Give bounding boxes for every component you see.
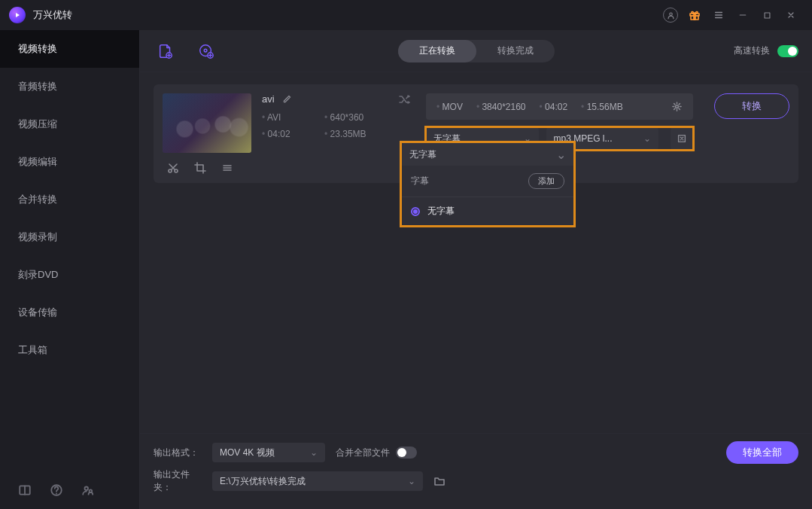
community-button[interactable] <box>81 483 95 497</box>
add-disc-button[interactable] <box>194 39 218 63</box>
shuffle-icon <box>398 93 410 105</box>
sidebar-item-toolbox[interactable]: 工具箱 <box>0 331 139 369</box>
close-button[interactable] <box>779 3 803 27</box>
tab-converting[interactable]: 正在转换 <box>398 40 476 62</box>
radio-checked-icon <box>411 207 420 216</box>
svg-point-0 <box>669 13 671 15</box>
merge-toggle[interactable] <box>396 447 417 459</box>
sidebar-item-audio-convert[interactable]: 音频转换 <box>0 68 139 105</box>
add-subtitle-button[interactable]: 添加 <box>528 173 564 189</box>
sidebar-item-label: 视频转换 <box>18 42 57 56</box>
sidebar-item-label: 音频转换 <box>18 80 57 93</box>
settings-button[interactable] <box>671 101 683 112</box>
output-folder-select[interactable]: E:\万兴优转\转换完成 ⌄ <box>212 471 423 491</box>
tab-completed[interactable]: 转换完成 <box>476 40 555 62</box>
sidebar-item-video-convert[interactable]: 视频转换 <box>0 30 139 68</box>
high-speed-label: 高速转换 <box>734 44 770 57</box>
sidebar-item-label: 设备传输 <box>18 306 57 319</box>
help-button[interactable] <box>50 483 63 497</box>
target-meta: MOV 3840*2160 04:02 15.56MB <box>426 93 693 120</box>
sidebar: 视频转换 音频转换 视频压缩 视频编辑 合并转换 视频录制 刻录DVD 设备传输… <box>0 30 140 509</box>
high-speed-toggle[interactable] <box>777 45 798 57</box>
play-icon <box>14 11 21 19</box>
chevron-down-icon: ⌄ <box>408 476 415 486</box>
source-duration: 04:02 <box>262 129 306 139</box>
output-format-label: 输出格式： <box>154 447 202 459</box>
convert-all-button[interactable]: 转换全部 <box>726 441 798 464</box>
app-logo <box>9 7 26 23</box>
target-size: 15.56MB <box>581 102 623 112</box>
target-format: MOV <box>436 102 463 112</box>
chevron-down-icon: ⌄ <box>643 133 651 144</box>
svg-rect-4 <box>765 13 770 18</box>
crop-button[interactable] <box>194 162 206 174</box>
merge-label: 合并全部文件 <box>336 447 390 459</box>
source-size: 23.35MB <box>324 129 382 139</box>
chevron-down-icon: ⌄ <box>310 447 318 458</box>
open-folder-button[interactable] <box>433 475 446 487</box>
sidebar-item-label: 视频编辑 <box>18 155 57 169</box>
toolbar: 正在转换 转换完成 高速转换 <box>140 30 812 72</box>
sidebar-item-video-record[interactable]: 视频录制 <box>0 218 139 256</box>
person-icon <box>663 8 678 23</box>
subtitle-select-open[interactable]: 无字幕 ⌄ <box>402 143 573 166</box>
status-tabs: 正在转换 转换完成 <box>398 40 555 62</box>
high-speed-toggle-group: 高速转换 <box>734 44 798 57</box>
sidebar-item-video-edit[interactable]: 视频编辑 <box>0 143 139 181</box>
chevron-down-icon: ⌄ <box>556 148 566 162</box>
remove-button[interactable] <box>671 127 693 150</box>
sidebar-item-video-compress[interactable]: 视频压缩 <box>0 105 139 143</box>
output-folder-label: 输出文件夹： <box>154 468 202 494</box>
sidebar-item-label: 视频压缩 <box>18 117 57 131</box>
gift-button[interactable] <box>683 3 707 27</box>
svg-point-7 <box>85 487 89 491</box>
sidebar-item-label: 合并转换 <box>18 193 57 206</box>
svg-rect-3 <box>694 14 695 20</box>
sidebar-item-burn-dvd[interactable]: 刻录DVD <box>0 256 139 294</box>
sidebar-item-device-transfer[interactable]: 设备传输 <box>0 294 139 331</box>
source-format: AVI <box>262 112 306 123</box>
chevron-down-icon: ⌄ <box>524 133 531 144</box>
guide-button[interactable] <box>18 483 32 497</box>
edit-icon[interactable] <box>282 94 292 104</box>
effect-button[interactable] <box>221 162 233 174</box>
output-format-select[interactable]: MOV 4K 视频 ⌄ <box>212 443 325 462</box>
convert-button[interactable]: 转换 <box>714 93 789 119</box>
file-name: avi <box>262 93 275 105</box>
subtitle-option-none[interactable]: 无字幕 <box>402 197 573 225</box>
sidebar-item-merge-convert[interactable]: 合并转换 <box>0 181 139 218</box>
source-meta: avi AVI 640*360 04:02 23.35MB <box>262 93 382 139</box>
sidebar-item-label: 刻录DVD <box>18 268 58 282</box>
svg-point-15 <box>676 105 679 108</box>
subtitle-dropdown-header: 字幕 添加 <box>402 166 573 197</box>
bottom-bar: 输出格式： MOV 4K 视频 ⌄ 合并全部文件 转换全部 输出文件夹： E:\… <box>140 433 812 509</box>
video-thumbnail[interactable] <box>163 93 251 153</box>
sidebar-item-label: 工具箱 <box>18 343 47 357</box>
target-resolution: 3840*2160 <box>476 102 526 112</box>
add-file-button[interactable] <box>154 39 178 63</box>
subtitle-dropdown-wrapper: 无字幕 ⌄ 字幕 添加 无字幕 <box>402 143 573 225</box>
titlebar: 万兴优转 <box>0 0 812 30</box>
account-button[interactable] <box>658 3 683 27</box>
target-duration: 04:02 <box>540 102 568 112</box>
app-title: 万兴优转 <box>33 8 72 22</box>
content: avi AVI 640*360 04:02 23.35MB MOV <box>140 72 812 433</box>
source-resolution: 640*360 <box>324 112 382 123</box>
maximize-button[interactable] <box>755 3 779 27</box>
sidebar-item-label: 视频录制 <box>18 230 57 244</box>
menu-button[interactable] <box>707 3 731 27</box>
cut-button[interactable] <box>167 162 179 174</box>
svg-point-11 <box>204 49 207 52</box>
minimize-button[interactable] <box>731 3 755 27</box>
sidebar-bottom <box>0 471 139 509</box>
